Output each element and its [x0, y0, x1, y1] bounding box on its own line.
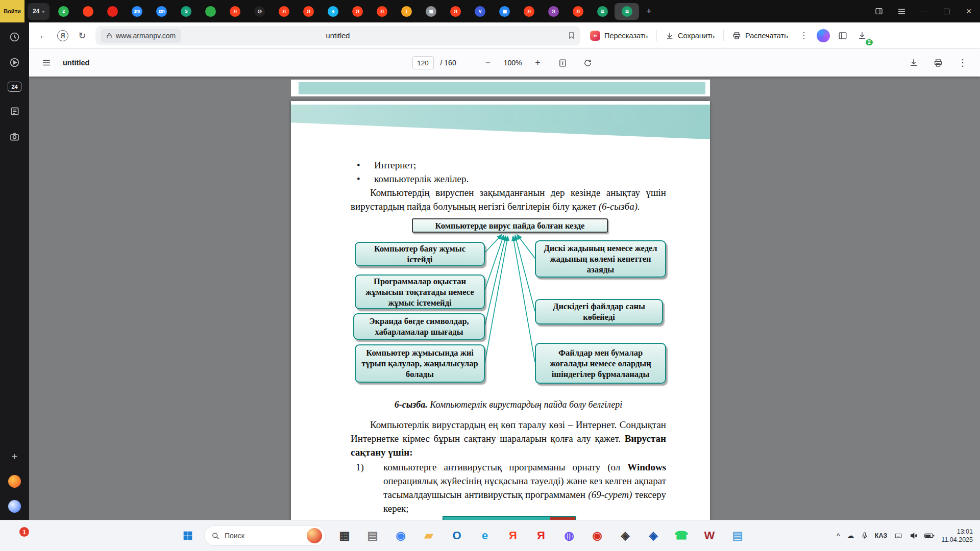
login-button[interactable]: Войти: [0, 0, 24, 22]
browser-tab[interactable]: V: [468, 3, 492, 20]
taskbar-app-icon[interactable]: Я: [531, 525, 551, 546]
download-icon: [909, 58, 918, 67]
browser-tab[interactable]: Я: [296, 3, 321, 20]
taskbar-app-icon[interactable]: ◍: [559, 525, 579, 546]
pdf-print-button[interactable]: [929, 54, 947, 72]
start-button[interactable]: [178, 525, 198, 546]
maximize-button[interactable]: [935, 0, 958, 22]
search-highlight-thumbnail[interactable]: [307, 528, 322, 543]
speaker-icon[interactable]: [910, 532, 918, 540]
sidebar-alice-icon[interactable]: [8, 500, 21, 513]
pdf-more-button[interactable]: ⋮: [953, 54, 972, 72]
yandex-home-icon[interactable]: Я: [54, 27, 72, 45]
bookmark-icon[interactable]: [568, 31, 575, 40]
document-page: • Интернет; • компьютерлік желілер. Комп…: [291, 101, 710, 520]
browser-tab[interactable]: Я: [345, 3, 370, 20]
taskbar-app-icon[interactable]: ◈: [644, 525, 663, 546]
feed-button[interactable]: [9, 105, 21, 117]
browser-tab[interactable]: Я: [223, 3, 247, 20]
taskbar-app-icon[interactable]: W: [700, 525, 719, 546]
taskbar-app-icon[interactable]: ◈: [616, 525, 635, 546]
browser-tab[interactable]: Я: [517, 3, 541, 20]
reload-button[interactable]: ↻: [73, 27, 91, 45]
browser-tab[interactable]: ▦: [492, 3, 517, 20]
pdf-menu-button[interactable]: [37, 54, 56, 72]
minimize-button[interactable]: —: [913, 0, 935, 22]
hidden-icons-chevron[interactable]: ^: [837, 532, 840, 540]
item-ref-italic: (69-сурет): [588, 489, 632, 500]
browser-tab[interactable]: zm: [149, 3, 174, 20]
taskbar-app-icon[interactable]: ◉: [391, 525, 410, 546]
tab-favicon: Я: [377, 6, 387, 17]
close-button[interactable]: ×: [958, 0, 980, 22]
browser-tab[interactable]: [198, 3, 223, 20]
browser-tab[interactable]: ◎: [247, 3, 272, 20]
zoom-in-button[interactable]: +: [528, 54, 547, 72]
notification-badge[interactable]: 1: [19, 527, 29, 537]
browser-tab[interactable]: zm: [125, 3, 149, 20]
save-button[interactable]: Сохранить: [660, 27, 720, 45]
taskbar-app-icon[interactable]: e: [475, 525, 495, 546]
browser-tab[interactable]: Я: [443, 3, 468, 20]
downloads-button[interactable]: 2: [853, 27, 871, 45]
fit-page-button[interactable]: [553, 54, 572, 72]
history-button[interactable]: [9, 31, 21, 43]
browser-tab[interactable]: е: [321, 3, 345, 20]
taskbar-app-icon[interactable]: ☎: [672, 525, 691, 546]
url-chip[interactable]: www.armanpv.com: [101, 29, 181, 43]
browser-tab[interactable]: ≣: [590, 3, 615, 20]
browser-menu-icon[interactable]: [890, 0, 913, 22]
browser-tab[interactable]: ≣: [615, 3, 639, 20]
browser-tab[interactable]: !: [394, 3, 419, 20]
clock[interactable]: 13:01 11.04.2025: [941, 528, 973, 544]
sidebar-24-service[interactable]: 24: [8, 82, 21, 92]
address-bar[interactable]: www.armanpv.com untitled: [95, 26, 580, 45]
taskbar-app-icon[interactable]: ▰: [419, 525, 438, 546]
browser-tab[interactable]: [76, 3, 100, 20]
language-indicator[interactable]: КАЗ: [875, 532, 888, 539]
browser-tab[interactable]: Я: [370, 3, 394, 20]
battery-icon[interactable]: [924, 533, 935, 539]
paragraph-ref-italic: (6-сызба).: [599, 201, 640, 212]
tab-group-24[interactable]: 24 ▾: [28, 3, 50, 20]
taskbar-search[interactable]: Поиск: [204, 525, 326, 546]
sidebar-app-orange-icon[interactable]: [8, 475, 21, 488]
browser-tab[interactable]: Я: [272, 3, 296, 20]
browser-tab[interactable]: ▦: [419, 3, 443, 20]
browser-tab[interactable]: Я: [541, 3, 566, 20]
retell-button[interactable]: „ Пересказать: [584, 27, 653, 45]
taskbar-app-icon[interactable]: ▤: [728, 525, 747, 546]
video-button[interactable]: [9, 56, 21, 68]
pdf-right-actions: ⋮: [904, 54, 972, 72]
taskbar-app-icon[interactable]: ◉: [587, 525, 607, 546]
pdf-viewport[interactable]: • Интернет; • компьютерлік желілер. Комп…: [29, 77, 980, 520]
pdf-download-button[interactable]: [904, 54, 923, 72]
toolbar-more-button[interactable]: ⋮: [795, 27, 813, 45]
browser-tab[interactable]: 2: [51, 3, 76, 20]
side-panels-button[interactable]: [834, 27, 852, 45]
windows-logo-icon: [183, 531, 193, 541]
taskbar-app-icon[interactable]: O: [447, 525, 467, 546]
screenshot-button[interactable]: [9, 131, 21, 143]
keyboard-icon[interactable]: [894, 532, 903, 539]
print-button[interactable]: Распечатать: [727, 27, 794, 45]
pdf-controls: 120 / 160 − 100% +: [412, 54, 597, 72]
taskbar-app-icon[interactable]: ▤: [363, 525, 382, 546]
alice-button[interactable]: [814, 27, 832, 45]
new-tab-button[interactable]: +: [639, 6, 658, 17]
browser-tab[interactable]: Я: [566, 3, 590, 20]
back-button[interactable]: ←: [34, 27, 53, 45]
taskbar-app-icon[interactable]: Я: [503, 525, 523, 546]
page-number-input[interactable]: 120: [412, 56, 434, 69]
zoom-out-button[interactable]: −: [479, 54, 497, 72]
rotate-button[interactable]: [578, 54, 597, 72]
tab-panel-icon[interactable]: [868, 0, 890, 22]
cloud-icon[interactable]: ☁: [847, 531, 854, 540]
sidebar-add-button[interactable]: +: [12, 451, 18, 463]
browser-tab[interactable]: S: [174, 3, 198, 20]
alice-icon: [817, 29, 830, 42]
zoom-level[interactable]: 100%: [504, 59, 522, 67]
taskbar-app-icon[interactable]: ▦: [335, 525, 354, 546]
browser-tab[interactable]: [100, 3, 125, 20]
microphone-icon[interactable]: [861, 532, 868, 540]
